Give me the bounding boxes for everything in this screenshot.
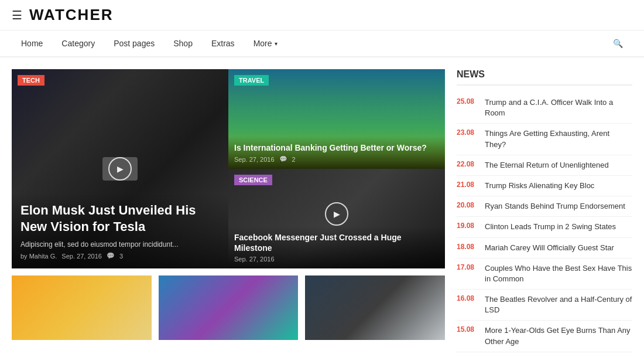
news-text: More 1-Year-Olds Get Eye Burns Than Any … bbox=[485, 325, 632, 346]
nav-category[interactable]: Category bbox=[52, 30, 104, 56]
news-text: Things Are Getting Exhausting, Arent The… bbox=[485, 128, 632, 149]
nav-post-pages[interactable]: Post pages bbox=[104, 30, 164, 56]
main-article-title: Elon Musk Just Unveiled His New Vision f… bbox=[20, 202, 220, 236]
news-text: Clinton Leads Trump in 2 Swing States bbox=[485, 222, 616, 232]
thumb-hand[interactable] bbox=[305, 275, 445, 340]
right-column: NEWS 25.08 Trump and a C.I.A. Officer Wa… bbox=[457, 69, 632, 364]
news-item[interactable]: 16.08 The Beatles Revolver and a Half-Ce… bbox=[457, 290, 632, 321]
chevron-down-icon: ▾ bbox=[275, 40, 278, 47]
news-section: NEWS 25.08 Trump and a C.I.A. Officer Wa… bbox=[457, 69, 632, 352]
tech-badge: TECH bbox=[18, 75, 44, 86]
main-article-author: by Mahita G. bbox=[20, 253, 57, 260]
nav-home[interactable]: Home bbox=[12, 30, 52, 56]
main-nav: Home Category Post pages Shop Extras Mor… bbox=[0, 30, 644, 57]
comment-icon: 💬 bbox=[107, 252, 115, 260]
main-article-date: Sep. 27, 2016 bbox=[61, 253, 102, 260]
news-text: Couples Who Have the Best Sex Have This … bbox=[485, 263, 632, 284]
news-item[interactable]: 23.08 Things Are Getting Exhausting, Are… bbox=[457, 124, 632, 155]
play-button-icon[interactable]: ▶ bbox=[108, 157, 132, 181]
bottom-right-date: Sep. 27, 2016 bbox=[234, 256, 275, 263]
bottom-right-title: Facebook Messenger Just Crossed a Huge M… bbox=[234, 232, 439, 253]
main-article-meta: by Mahita G. Sep. 27, 2016 💬 3 bbox=[20, 252, 220, 260]
featured-main-article[interactable]: TECH ▶ Elon Musk Just Unveiled His New V… bbox=[12, 69, 228, 268]
featured-bottom-right-article[interactable]: SCIENCE ▶ Facebook Messenger Just Crosse… bbox=[228, 169, 445, 268]
news-text: Trump and a C.I.A. Officer Walk Into a R… bbox=[485, 97, 632, 118]
science-badge: SCIENCE bbox=[234, 175, 272, 185]
site-logo: WATCHER bbox=[29, 6, 114, 24]
top-right-overlay: Is International Banking Getting Better … bbox=[228, 137, 445, 169]
nav-shop[interactable]: Shop bbox=[164, 30, 202, 56]
travel-badge: TRAVEL bbox=[234, 75, 269, 86]
featured-grid: TECH ▶ Elon Musk Just Unveiled His New V… bbox=[12, 69, 445, 268]
news-date: 19.08 bbox=[457, 222, 478, 230]
comment-icon-tr: 💬 bbox=[279, 155, 287, 163]
top-right-meta: Sep. 27, 2016 💬 2 bbox=[234, 155, 439, 163]
news-text: Ryan Stands Behind Trump Endorsement bbox=[485, 201, 625, 212]
news-item[interactable]: 15.08 More 1-Year-Olds Get Eye Burns Tha… bbox=[457, 321, 632, 352]
main-article-excerpt: Adipiscing elit, sed do eiusmod tempor i… bbox=[20, 240, 220, 249]
news-date: 20.08 bbox=[457, 201, 478, 209]
search-button[interactable]: 🔍 bbox=[604, 30, 632, 56]
play-button-icon-br[interactable]: ▶ bbox=[325, 202, 348, 226]
main-article-overlay: Elon Musk Just Unveiled His New Vision f… bbox=[12, 193, 228, 268]
news-date: 16.08 bbox=[457, 294, 478, 302]
bottom-right-meta: Sep. 27, 2016 bbox=[234, 256, 439, 263]
news-item[interactable]: 25.08 Trump and a C.I.A. Officer Walk In… bbox=[457, 93, 632, 124]
header: ☰ WATCHER bbox=[0, 0, 644, 30]
news-title: NEWS bbox=[457, 69, 632, 86]
bottom-thumbnails bbox=[12, 275, 445, 340]
news-text: The Beatles Revolver and a Half-Century … bbox=[485, 294, 632, 315]
news-date: 15.08 bbox=[457, 325, 478, 334]
news-item[interactable]: 21.08 Trump Risks Alienating Key Bloc bbox=[457, 176, 632, 196]
news-date: 22.08 bbox=[457, 160, 478, 168]
thumb-disco[interactable] bbox=[159, 275, 299, 340]
news-text: Mariah Carey Will Officially Guest Star bbox=[485, 243, 614, 253]
news-text: Trump Risks Alienating Key Bloc bbox=[485, 181, 594, 191]
news-item[interactable]: 17.08 Couples Who Have the Best Sex Have… bbox=[457, 258, 632, 290]
search-icon: 🔍 bbox=[613, 39, 623, 48]
news-date: 23.08 bbox=[457, 128, 478, 137]
main-content: TECH ▶ Elon Musk Just Unveiled His New V… bbox=[0, 57, 644, 364]
bottom-right-overlay: Facebook Messenger Just Crossed a Huge M… bbox=[228, 226, 445, 268]
news-item[interactable]: 22.08 The Eternal Return of Unenlightene… bbox=[457, 155, 632, 176]
main-article-comments: 3 bbox=[119, 253, 123, 260]
thumb-yoga[interactable] bbox=[12, 275, 152, 340]
news-date: 25.08 bbox=[457, 97, 478, 106]
news-text: The Eternal Return of Unenlightened bbox=[485, 160, 609, 171]
featured-top-right-article[interactable]: TRAVEL Is International Banking Getting … bbox=[228, 69, 445, 169]
nav-extras[interactable]: Extras bbox=[202, 30, 244, 56]
news-date: 21.08 bbox=[457, 181, 478, 189]
hamburger-menu-icon[interactable]: ☰ bbox=[12, 8, 22, 22]
news-item[interactable]: 18.08 Mariah Carey Will Officially Guest… bbox=[457, 238, 632, 258]
nav-more[interactable]: More ▾ bbox=[244, 30, 287, 56]
news-date: 17.08 bbox=[457, 263, 478, 271]
top-right-title: Is International Banking Getting Better … bbox=[234, 142, 439, 153]
top-right-date: Sep. 27, 2016 bbox=[234, 156, 275, 163]
news-list: 25.08 Trump and a C.I.A. Officer Walk In… bbox=[457, 93, 632, 352]
top-right-comments: 2 bbox=[292, 156, 296, 163]
left-column: TECH ▶ Elon Musk Just Unveiled His New V… bbox=[12, 69, 445, 364]
news-item[interactable]: 19.08 Clinton Leads Trump in 2 Swing Sta… bbox=[457, 217, 632, 237]
news-item[interactable]: 20.08 Ryan Stands Behind Trump Endorseme… bbox=[457, 196, 632, 217]
news-date: 18.08 bbox=[457, 243, 478, 251]
